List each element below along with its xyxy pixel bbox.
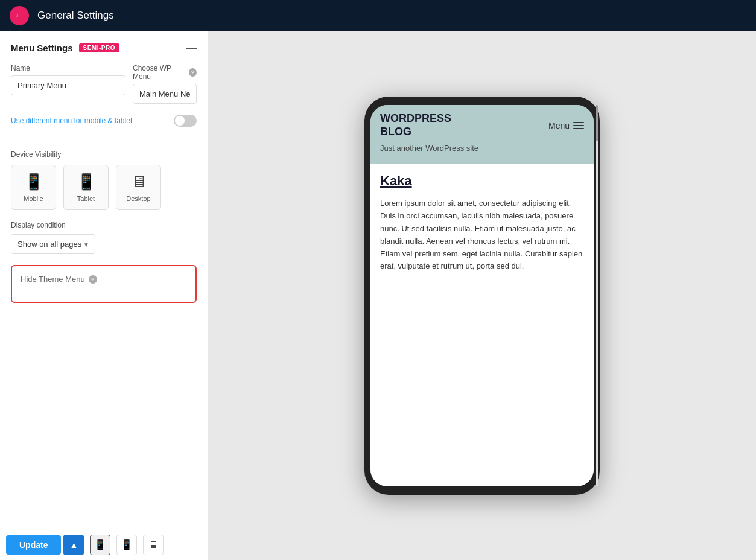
phone-scrollbar-thumb [596, 105, 598, 141]
phone-post-title: Kaka [380, 173, 584, 189]
toolbar-tablet-button[interactable]: 📱 [116, 535, 137, 555]
main-layout: Menu Settings SEMI-PRO — Name Choose WP … [0, 31, 756, 560]
display-condition-select[interactable]: Show on all pages Show on homepage Show … [11, 234, 95, 254]
display-condition-label: Display condition [11, 221, 197, 229]
mobile-icon: 📱 [24, 173, 43, 191]
bottom-toolbar: Update ▲ 📱 📱 🖥 [0, 529, 208, 560]
device-icons-row: 📱 Mobile 📱 Tablet 🖥 Desktop [11, 165, 197, 210]
hide-theme-menu-text: Hide Theme Menu [21, 275, 85, 284]
device-tablet[interactable]: 📱 Tablet [63, 165, 109, 210]
phone-content: Kaka Lorem ipsum dolor sit amet, consect… [370, 164, 594, 486]
tablet-icon: 📱 [77, 173, 96, 191]
phone-post-body: Lorem ipsum dolor sit amet, consectetur … [380, 197, 584, 273]
phone-header: WORDPRESS BLOG Menu [370, 105, 594, 143]
sidebar: Menu Settings SEMI-PRO — Name Choose WP … [0, 31, 208, 560]
hide-theme-menu-box: Hide Theme Menu ? [11, 265, 197, 303]
preview-area: WORDPRESS BLOG Menu Just another WordPre… [208, 31, 756, 560]
toggle-knob [175, 116, 185, 126]
menu-settings-title: Menu Settings [11, 43, 73, 53]
display-condition-wrapper: Show on all pages Show on homepage Show … [11, 234, 95, 254]
arrow-up-button[interactable]: ▲ [63, 535, 84, 555]
toolbar-desktop-button[interactable]: 🖥 [143, 535, 164, 555]
top-bar: ← General Settings [0, 0, 756, 31]
phone-menu-label: Menu [548, 121, 570, 130]
toggle-label: Use different menu for mobile & tablet [11, 116, 132, 125]
phone-screen: WORDPRESS BLOG Menu Just another WordPre… [370, 105, 594, 486]
device-visibility-label: Device Visibility [11, 150, 197, 159]
mobile-tablet-toggle[interactable] [174, 115, 197, 127]
minimize-button[interactable]: — [186, 42, 197, 53]
phone-mockup: WORDPRESS BLOG Menu Just another WordPre… [364, 97, 600, 495]
update-button[interactable]: Update [6, 535, 61, 555]
page-title: General Settings [37, 10, 114, 22]
wp-menu-select-wrapper: Main Menu New Primary Menu Secondary Men… [133, 84, 197, 104]
divider-1 [11, 139, 197, 139]
wp-menu-label: Choose WP Menu [133, 64, 186, 81]
phone-menu-button: Menu [548, 121, 584, 130]
phone-scrollbar [596, 105, 598, 486]
phone-site-title-line1: WORDPRESS [380, 112, 451, 126]
hamburger-icon [573, 122, 584, 129]
menu-settings-header: Menu Settings SEMI-PRO — [11, 42, 197, 53]
wp-menu-select[interactable]: Main Menu New Primary Menu Secondary Men… [133, 84, 197, 104]
back-button[interactable]: ← [10, 6, 29, 25]
hide-theme-menu-help-icon[interactable]: ? [89, 275, 97, 284]
mobile-label: Mobile [24, 195, 43, 202]
desktop-label: Desktop [126, 195, 150, 202]
name-input[interactable] [11, 75, 125, 95]
name-menu-row: Name Choose WP Menu ? Main Menu New Prim… [11, 64, 197, 104]
name-label: Name [11, 64, 125, 72]
phone-tagline: Just another WordPress site [370, 143, 594, 164]
device-desktop[interactable]: 🖥 Desktop [116, 165, 161, 210]
semi-pro-badge: SEMI-PRO [79, 43, 119, 52]
tablet-label: Tablet [77, 195, 95, 202]
device-mobile[interactable]: 📱 Mobile [11, 165, 56, 210]
desktop-icon: 🖥 [131, 173, 147, 191]
phone-site-title-line2: BLOG [380, 126, 451, 139]
wp-menu-help-icon[interactable]: ? [189, 68, 197, 77]
mobile-tablet-toggle-row: Use different menu for mobile & tablet [11, 115, 197, 127]
toolbar-mobile-button[interactable]: 📱 [90, 535, 110, 555]
